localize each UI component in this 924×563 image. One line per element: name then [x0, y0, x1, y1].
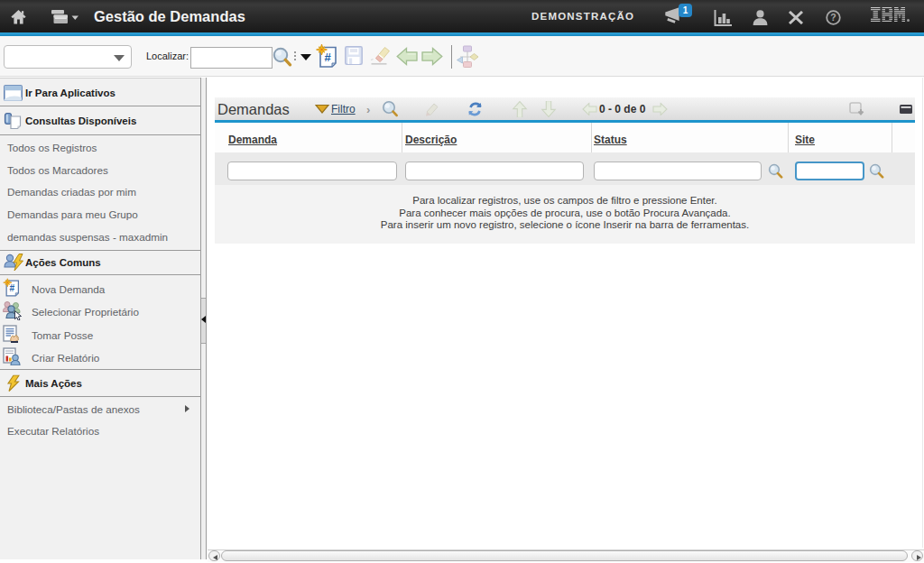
svg-text:#: #	[10, 283, 15, 293]
svg-text:?: ?	[830, 12, 836, 23]
svg-text:#: #	[324, 51, 331, 64]
